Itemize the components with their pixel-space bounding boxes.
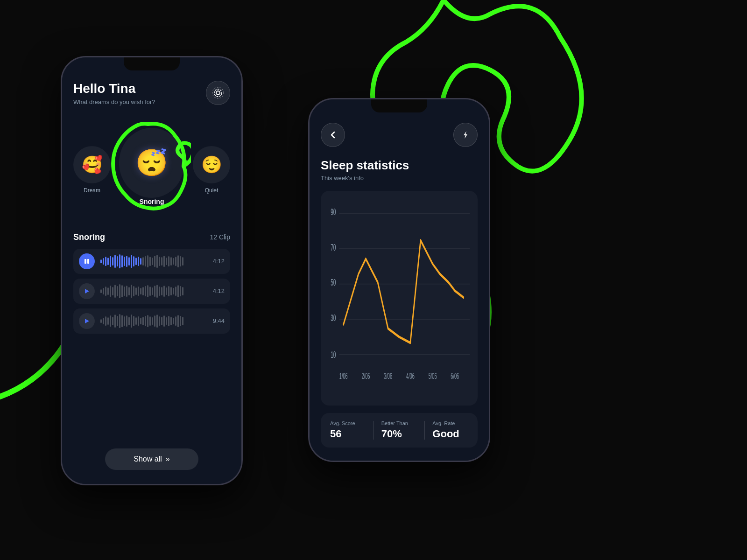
wave-bar	[110, 286, 111, 297]
avatar-bubble-quiet: 😌	[193, 146, 230, 183]
avatar-label-quiet: Quiet	[205, 187, 218, 194]
better-than-label: Better Than	[381, 420, 417, 426]
wave-bar	[114, 255, 116, 268]
lightning-button[interactable]	[453, 123, 478, 147]
audio-row-3[interactable]: 9:44	[73, 308, 230, 334]
show-all-button[interactable]: Show all »	[105, 448, 198, 470]
wave-bar	[133, 286, 134, 296]
wave-bar	[170, 317, 172, 325]
avatar-label-snoring: Snoring	[140, 198, 164, 205]
svg-text:2/06: 2/06	[362, 371, 370, 381]
wave-bar	[112, 317, 113, 325]
wave-bar	[154, 315, 155, 327]
wave-bar	[159, 257, 160, 266]
wave-bar	[147, 315, 148, 327]
play-button-2[interactable]	[79, 283, 95, 299]
wave-bar	[103, 258, 104, 265]
sound-button[interactable]	[206, 81, 230, 105]
avg-rate-label: Avg. Rate	[432, 420, 468, 426]
avatar-item-quiet[interactable]: 😌 Quiet	[193, 146, 230, 194]
wave-bar	[114, 285, 116, 298]
clip-count: 12 Clip	[210, 233, 230, 241]
notch-right	[371, 99, 427, 112]
audio-duration-3: 9:44	[213, 317, 225, 324]
wave-bar	[119, 284, 120, 298]
phone-right: Sleep statistics This week's info 90 70 …	[308, 98, 490, 462]
wave-bar	[128, 287, 130, 295]
wave-bar	[166, 287, 167, 295]
wave-bar	[135, 287, 137, 295]
wave-bar	[177, 255, 179, 267]
wave-bar	[117, 286, 118, 296]
wave-bar	[170, 257, 172, 266]
audio-row-1[interactable]: 4:12	[73, 249, 230, 274]
audio-row-2[interactable]: 4:12	[73, 279, 230, 304]
show-all-label: Show all	[134, 455, 162, 463]
wave-bar	[168, 316, 169, 326]
wave-bar	[149, 287, 151, 296]
wave-bar	[140, 288, 141, 294]
wave-bar	[135, 317, 137, 325]
waveform-2	[100, 284, 207, 299]
wave-bar	[140, 318, 141, 324]
wave-bar	[142, 287, 144, 295]
wave-bar	[107, 317, 109, 325]
avatar-bubble-dream: 🥰	[73, 146, 111, 183]
wave-bar	[103, 318, 104, 324]
wave-bar	[103, 288, 104, 294]
wave-bar	[149, 257, 151, 266]
wave-bar	[119, 254, 120, 268]
wave-bar	[131, 255, 132, 268]
wave-bar	[133, 256, 134, 266]
wave-bar	[124, 316, 125, 326]
wave-bar	[128, 317, 130, 325]
wave-bar	[105, 316, 106, 326]
wave-bar	[175, 287, 176, 296]
right-header	[321, 123, 478, 147]
wave-bar	[138, 316, 139, 326]
wave-bar	[175, 316, 176, 326]
audio-duration-2: 4:12	[213, 287, 225, 294]
wave-bar	[117, 256, 118, 266]
avatar-item-snoring[interactable]: 😴 Snoring	[115, 128, 188, 212]
svg-text:90: 90	[331, 207, 336, 217]
notch-left	[124, 57, 180, 70]
sleep-chart: 90 70 50 30 10 1/06 2/06 3/06 4/06 5/06 …	[321, 191, 478, 406]
play-button-3[interactable]	[79, 313, 95, 329]
wave-bar	[105, 257, 106, 266]
wave-bar	[154, 256, 155, 267]
avatar-carousel: 🥰 Dream 😴 Snoring 😌	[73, 119, 230, 221]
wave-bar	[135, 258, 137, 265]
wave-bar	[163, 315, 165, 327]
greeting-subtitle: What dreams do you wish for?	[73, 98, 155, 105]
wave-bar	[182, 317, 183, 325]
svg-text:1/06: 1/06	[339, 371, 348, 381]
wave-bar	[126, 256, 127, 267]
snoring-section: Snoring 12 Clip 4:12	[73, 232, 230, 441]
wave-bar	[152, 287, 153, 295]
svg-rect-4	[87, 259, 89, 264]
wave-bar	[138, 257, 139, 266]
wave-bar	[173, 258, 174, 265]
stats-subtitle: This week's info	[321, 175, 478, 182]
better-than-value: 70%	[381, 428, 417, 440]
wave-bar	[119, 314, 120, 328]
wave-bar	[114, 315, 116, 328]
pause-button-1[interactable]	[79, 253, 95, 269]
wave-bar	[161, 287, 162, 295]
avatar-item-dream[interactable]: 🥰 Dream	[73, 146, 111, 194]
svg-point-0	[216, 91, 220, 95]
wave-bar	[168, 286, 169, 296]
stat-avg-rate: Avg. Rate Good	[432, 420, 468, 440]
wave-bar	[145, 286, 146, 296]
wave-bar	[131, 315, 132, 328]
back-button[interactable]	[321, 123, 345, 147]
wave-bar	[170, 287, 172, 295]
wave-bar	[166, 317, 167, 325]
wave-bar	[163, 286, 165, 297]
svg-marker-5	[85, 289, 89, 294]
snoring-emoji: 😴	[135, 147, 168, 178]
wave-bar	[161, 317, 162, 325]
wave-bar	[147, 285, 148, 297]
wave-bar	[142, 317, 144, 325]
